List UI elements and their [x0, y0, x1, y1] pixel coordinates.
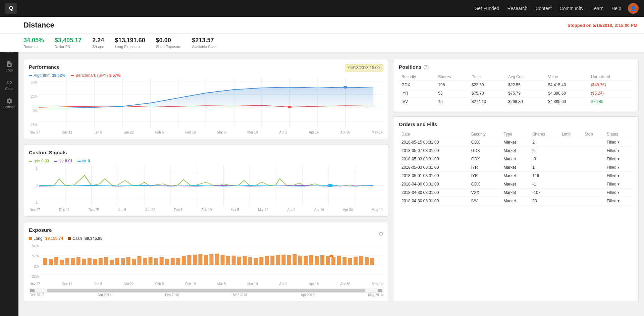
- th-security: Security: [399, 73, 435, 81]
- td-shares: 58: [435, 89, 469, 98]
- scrollbar-left-handle[interactable]: [30, 289, 35, 292]
- svg-rect-79: [270, 256, 274, 265]
- svg-rect-68: [209, 254, 213, 265]
- benchmark-legend-value: 3.67%: [109, 73, 120, 78]
- td-limit: [559, 163, 582, 172]
- svg-rect-58: [154, 258, 158, 265]
- td-status[interactable]: Filled ▾: [604, 172, 634, 180]
- sig-ivv-label: ivv: [59, 159, 64, 163]
- svg-rect-82: [287, 255, 291, 265]
- td-stop: [582, 205, 604, 208]
- td-status[interactable]: Filled ▾: [604, 147, 634, 155]
- signals-x-labels: Nov 27 Dec 11 Dec 25 Jan 8 Jan 22 Feb 5 …: [29, 208, 383, 212]
- sig-gdx-label: gdx: [34, 159, 40, 163]
- nav-contest[interactable]: Contest: [535, 6, 551, 11]
- td-security: IYR: [399, 89, 435, 98]
- stopped-date: 5/16/2018, 3:15:00 PM: [593, 23, 637, 28]
- order-row: 2018-05-01 08:31:00 IYR Market 116 Fille…: [399, 172, 634, 180]
- td-stop: [582, 172, 604, 180]
- sidebar: Dashboard Stats Logs Code Settings: [0, 17, 18, 307]
- td-stop: [582, 138, 604, 147]
- td-date: 2018-05-03 08:31:00: [399, 163, 469, 172]
- positions-panel: Positions (3) Security Shares Price Avg …: [394, 59, 639, 111]
- svg-rect-81: [281, 255, 285, 265]
- stat-short-exposure: $0.00 Short Exposure: [156, 37, 181, 49]
- scrollbar-right-handle[interactable]: [378, 289, 382, 292]
- performance-chart: [39, 78, 383, 128]
- th-date: Date: [399, 130, 469, 138]
- svg-rect-54: [132, 259, 136, 265]
- td-stop: [582, 189, 604, 197]
- th-price: Price: [469, 73, 505, 81]
- order-row: 2018-05-03 08:31:00 IYR Market 1 Filled …: [399, 163, 634, 172]
- td-limit: [559, 138, 582, 147]
- svg-rect-74: [243, 256, 247, 265]
- td-shares: 116: [530, 172, 559, 180]
- svg-rect-84: [298, 256, 302, 265]
- td-status[interactable]: Filled ▾: [604, 155, 634, 163]
- svg-rect-61: [171, 258, 175, 265]
- th-stop: Stop: [582, 130, 604, 138]
- svg-rect-43: [71, 258, 75, 265]
- td-type: Market: [501, 138, 530, 147]
- stat-long-exp-value: $13,191.60: [115, 37, 145, 44]
- sidebar-item-code[interactable]: Code: [0, 75, 18, 94]
- td-status[interactable]: Filled ▾: [604, 197, 634, 205]
- nav-research[interactable]: Research: [507, 6, 527, 11]
- td-stop: [582, 180, 604, 189]
- svg-rect-83: [292, 254, 297, 265]
- sig-ivv: ivv 0.01: [54, 159, 73, 163]
- logo[interactable]: Q: [5, 3, 17, 14]
- svg-rect-55: [138, 256, 142, 265]
- table-row: IVV 16 $274.10 $269.30 $4,385.60 $76.85: [399, 98, 634, 106]
- scroll-labels: Dec 2017 Jan 2018 Feb 2018 Mar 2018 Apr …: [29, 293, 383, 297]
- nav-get-funded[interactable]: Get Funded: [474, 6, 499, 11]
- td-security: GDX: [399, 81, 435, 89]
- td-security: IVV: [469, 197, 501, 205]
- sidebar-settings-label: Settings: [3, 105, 15, 109]
- svg-rect-76: [254, 258, 258, 265]
- svg-rect-90: [331, 257, 335, 265]
- td-type: Market: [501, 172, 530, 180]
- svg-rect-69: [215, 254, 219, 265]
- custom-signals-title: Custom Signals: [29, 150, 383, 155]
- sidebar-item-settings[interactable]: Settings: [0, 94, 18, 112]
- sig-y-1: 1: [29, 167, 38, 170]
- svg-rect-63: [182, 256, 186, 265]
- y-label-50: 50%: [29, 81, 38, 84]
- td-date: 2018-04-30 08:31:00: [399, 180, 469, 189]
- order-row: 2018-05-03 08:31:00 GDX Market -3 Filled…: [399, 155, 634, 163]
- nav-community[interactable]: Community: [560, 6, 584, 11]
- stat-cash-label: Available Cash: [192, 45, 217, 49]
- stats-bar: 34.05% Returns $3,405.17 Dollar P/L 2.24…: [0, 34, 644, 52]
- td-status[interactable]: Filled ▾: [604, 163, 634, 172]
- right-column: Positions (3) Security Shares Price Avg …: [394, 59, 639, 302]
- td-status[interactable]: Filled ▾: [604, 138, 634, 147]
- svg-rect-80: [276, 255, 280, 265]
- sig-iyr-value: 0: [88, 159, 90, 163]
- svg-rect-46: [88, 258, 92, 265]
- td-shares: 2: [530, 138, 559, 147]
- td-status[interactable]: Filled ▾: [604, 180, 634, 189]
- td-type: Market: [501, 180, 530, 189]
- exposure-scrollbar[interactable]: [29, 288, 383, 293]
- svg-rect-88: [320, 255, 324, 265]
- order-row: 2018-04-30 08:31:00 VXX Market -107 Fill…: [399, 189, 634, 197]
- svg-rect-56: [143, 258, 147, 265]
- th-unrealized: Unrealized: [588, 73, 634, 81]
- svg-rect-65: [193, 255, 197, 265]
- td-security: GDX: [469, 147, 501, 155]
- user-avatar[interactable]: 👤: [628, 3, 639, 14]
- td-status[interactable]: Filled ▾: [604, 189, 634, 197]
- exposure-gear-icon[interactable]: ⚙: [379, 231, 383, 237]
- orders-scroll[interactable]: Date Security Type Shares Limit Stop Sta…: [399, 130, 634, 208]
- td-security: GDX: [469, 205, 501, 208]
- sidebar-item-logs[interactable]: Logs: [0, 57, 18, 75]
- td-status[interactable]: Filled ▾: [604, 205, 634, 208]
- td-shares: 2: [530, 147, 559, 155]
- exp-long: Long $9,155.74: [29, 236, 63, 241]
- top-navigation: Q Get Funded Research Contest Community …: [0, 0, 644, 17]
- nav-help[interactable]: Help: [611, 6, 621, 11]
- nav-learn[interactable]: Learn: [591, 6, 603, 11]
- exp-long-label: Long: [34, 236, 43, 241]
